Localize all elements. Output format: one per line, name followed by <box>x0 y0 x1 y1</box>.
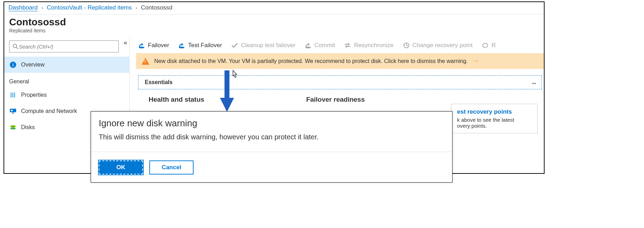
failover-button[interactable]: Failover <box>138 42 169 49</box>
sync-icon <box>482 42 489 49</box>
recovery-points-body-2: overy points. <box>457 123 487 129</box>
toolbar-label: Test Failover <box>188 42 222 49</box>
checkmark-icon <box>231 42 238 49</box>
recovery-points-body-1: k above to see the latest <box>457 117 514 123</box>
svg-point-11 <box>10 127 16 129</box>
sidebar-item-properties[interactable]: Properties <box>4 87 129 103</box>
chevron-double-down-icon: ⌄⌄ <box>531 80 535 85</box>
warning-banner[interactable]: New disk attached to the VM. Your VM is … <box>136 53 544 69</box>
chevron-right-icon: › <box>136 5 137 11</box>
dialog-body: This will dismiss the add disk warning, … <box>99 133 444 141</box>
svg-point-14 <box>305 47 311 49</box>
page-title: Contosossd <box>9 17 539 28</box>
properties-icon <box>9 91 17 99</box>
toolbar-label: Cleanup test failover <box>241 42 295 49</box>
search-input-wrap[interactable] <box>9 40 119 52</box>
search-input[interactable] <box>19 44 116 50</box>
info-icon: i <box>9 61 17 69</box>
svg-rect-6 <box>14 93 15 97</box>
svg-point-13 <box>179 47 184 49</box>
svg-point-12 <box>139 47 144 49</box>
toolbar-label: R <box>492 42 496 49</box>
svg-rect-9 <box>12 113 14 114</box>
svg-rect-7 <box>10 109 16 112</box>
sidebar-item-label: Disks <box>21 124 35 131</box>
svg-point-10 <box>10 125 16 127</box>
svg-point-0 <box>13 44 17 48</box>
disks-icon <box>9 124 17 131</box>
essentials-label: Essentials <box>145 79 173 86</box>
resync-button: Resynchronize <box>344 42 393 49</box>
history-icon <box>403 42 410 49</box>
recovery-points-card: est recovery points k above to see the l… <box>451 104 538 133</box>
compute-network-icon <box>9 107 17 115</box>
cleanup-button: Cleanup test failover <box>231 42 295 49</box>
svg-rect-5 <box>12 93 13 97</box>
sidebar-section-general: General <box>4 73 129 87</box>
toolbar-label: Commit <box>314 42 335 49</box>
test-failover-button[interactable]: Test Failover <box>178 42 222 49</box>
breadcrumb-dashboard[interactable]: Dashboard <box>8 4 38 11</box>
collapse-sidebar-icon[interactable]: « <box>124 39 127 46</box>
toolbar-label: Change recovery point <box>412 42 473 49</box>
svg-line-1 <box>17 48 18 49</box>
toolbar-overflow: R <box>482 42 496 49</box>
sidebar-item-label: Overview <box>21 62 45 68</box>
section-health-status: Health and status <box>149 96 204 103</box>
test-failover-icon <box>178 42 185 49</box>
breadcrumb-vault[interactable]: ContosoVault - Replicated items <box>47 4 132 11</box>
cancel-button[interactable]: Cancel <box>149 160 194 175</box>
change-recovery-button: Change recovery point <box>403 42 473 49</box>
breadcrumb-current: Contosossd <box>141 4 173 11</box>
toolbar-label: Failover <box>148 42 169 49</box>
ok-button[interactable]: OK <box>99 160 143 175</box>
page-subtitle: Replicated items <box>9 28 539 33</box>
commit-icon <box>305 42 312 49</box>
warning-text: New disk attached to the VM. Your VM is … <box>154 58 468 64</box>
arrow-right-icon: → <box>473 57 479 65</box>
essentials-panel[interactable]: Essentials ⌄⌄ <box>138 75 542 89</box>
breadcrumb: Dashboard › ContosoVault - Replicated it… <box>4 2 544 14</box>
ignore-disk-dialog: Ignore new disk warning This will dismis… <box>91 111 453 183</box>
sidebar-item-overview[interactable]: i Overview <box>4 57 129 73</box>
warning-icon <box>142 58 149 65</box>
section-failover-readiness: Failover readiness <box>306 96 365 103</box>
dialog-title: Ignore new disk warning <box>99 118 444 129</box>
search-icon <box>12 43 19 50</box>
recovery-points-title: est recovery points <box>457 108 532 115</box>
svg-rect-4 <box>11 93 12 97</box>
failover-icon <box>138 42 145 49</box>
chevron-right-icon: › <box>41 5 43 11</box>
resync-icon <box>344 42 351 49</box>
sidebar-item-label: Compute and Network <box>21 108 77 114</box>
sidebar-item-label: Properties <box>21 92 47 98</box>
svg-rect-8 <box>11 110 13 111</box>
toolbar-label: Resynchronize <box>354 42 393 49</box>
svg-text:i: i <box>12 62 14 68</box>
commit-button: Commit <box>305 42 335 49</box>
